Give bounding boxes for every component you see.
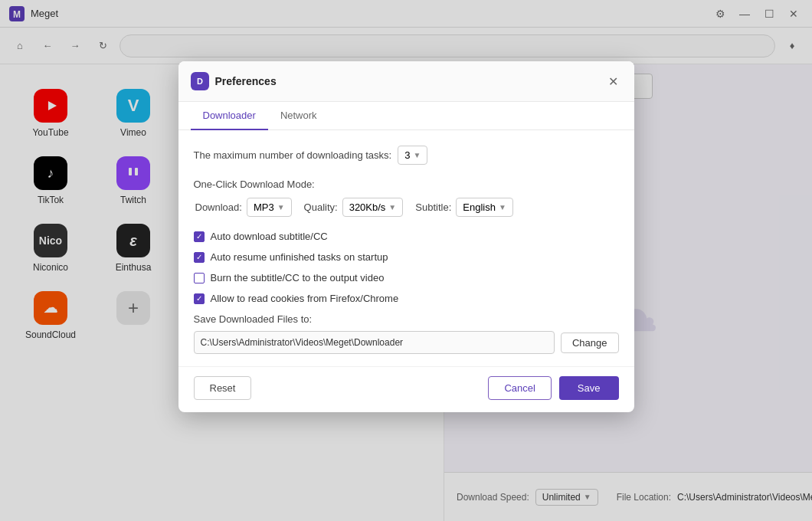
format-arrow-icon: ▼: [277, 203, 285, 211]
dialog-title: Preferences: [215, 75, 605, 87]
allow-cookies-label: Allow to read cookies from Firefox/Chrom…: [211, 293, 399, 304]
max-tasks-row: The maximum number of downloading tasks:…: [194, 146, 619, 165]
save-button[interactable]: Save: [559, 376, 619, 400]
save-path-change-button[interactable]: Change: [561, 333, 619, 353]
subtitle-select[interactable]: English ▼: [456, 198, 513, 217]
cancel-button[interactable]: Cancel: [488, 376, 551, 400]
dialog-logo: D: [191, 72, 209, 90]
dialog-close-button[interactable]: ✕: [605, 73, 622, 90]
auto-subtitle-label: Auto download subtitle/CC: [211, 231, 328, 242]
one-click-label: One-Click Download Mode:: [194, 179, 315, 190]
tab-downloader[interactable]: Downloader: [191, 102, 268, 130]
subtitle-item: Subtitle: English ▼: [415, 198, 513, 217]
dialog-body: The maximum number of downloading tasks:…: [178, 130, 634, 366]
checkbox-auto-resume[interactable]: ✓ Auto resume unfinished tasks on startu…: [194, 251, 619, 263]
preferences-dialog: D Preferences ✕ Downloader Network The m…: [178, 61, 634, 412]
dialog-footer: Reset Cancel Save: [178, 366, 634, 412]
auto-resume-label: Auto resume unfinished tasks on startup: [211, 251, 388, 263]
max-tasks-label: The maximum number of downloading tasks:: [194, 149, 392, 161]
dialog-tabs: Downloader Network: [178, 102, 634, 130]
download-options-row: Download: MP3 ▼ Quality: 320Kb/s ▼ Subti…: [194, 198, 619, 217]
download-format-item: Download: MP3 ▼: [195, 198, 292, 217]
reset-button[interactable]: Reset: [194, 376, 252, 400]
checkmark-icon-4: ✓: [196, 295, 202, 303]
max-tasks-select[interactable]: 3 ▼: [398, 146, 427, 165]
dialog-header: D Preferences ✕: [178, 61, 634, 102]
modal-overlay: D Preferences ✕ Downloader Network The m…: [0, 0, 812, 521]
allow-cookies-checkbox[interactable]: ✓: [194, 293, 205, 304]
max-tasks-value: 3: [404, 149, 410, 161]
save-path-row: Change: [194, 331, 619, 354]
download-label: Download:: [195, 202, 242, 213]
checkmark-icon-2: ✓: [196, 254, 202, 261]
checkbox-auto-subtitle[interactable]: ✓ Auto download subtitle/CC: [194, 231, 619, 242]
quality-label: Quality:: [304, 202, 338, 213]
auto-subtitle-checkbox[interactable]: ✓: [194, 231, 205, 242]
quality-arrow-icon: ▼: [388, 203, 396, 211]
save-path-label: Save Downloaded Files to:: [194, 313, 619, 325]
one-click-label-row: One-Click Download Mode:: [194, 179, 619, 190]
tab-network[interactable]: Network: [268, 102, 329, 130]
quality-item: Quality: 320Kb/s ▼: [304, 198, 404, 217]
burn-subtitle-label: Burn the subtitle/CC to the output video: [211, 272, 385, 283]
checkbox-burn-subtitle[interactable]: Burn the subtitle/CC to the output video: [194, 272, 619, 283]
download-format-select[interactable]: MP3 ▼: [247, 198, 292, 217]
subtitle-arrow-icon: ▼: [499, 203, 506, 211]
checkbox-allow-cookies[interactable]: ✓ Allow to read cookies from Firefox/Chr…: [194, 293, 619, 304]
download-format-value: MP3: [254, 202, 274, 213]
checkmark-icon: ✓: [196, 233, 202, 241]
max-tasks-arrow-icon: ▼: [413, 151, 421, 159]
auto-resume-checkbox[interactable]: ✓: [194, 252, 205, 263]
quality-value: 320Kb/s: [349, 202, 386, 213]
save-path-input[interactable]: [194, 331, 555, 354]
burn-subtitle-checkbox[interactable]: [194, 273, 205, 283]
subtitle-label: Subtitle:: [415, 202, 451, 213]
quality-select[interactable]: 320Kb/s ▼: [342, 198, 404, 217]
svg-text:D: D: [197, 77, 203, 86]
subtitle-value: English: [463, 202, 496, 213]
